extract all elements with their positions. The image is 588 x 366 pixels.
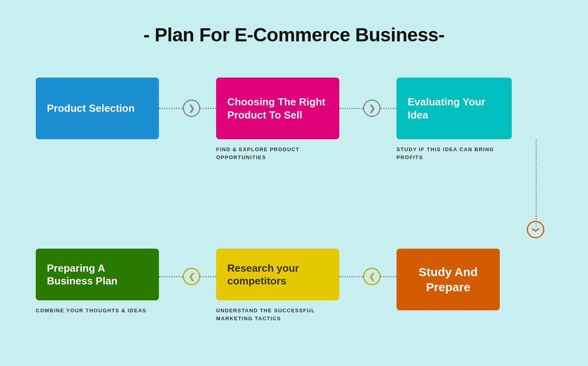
connector-4: ❮ (339, 268, 397, 285)
preparing-plan-box: Preparing A Business Plan (36, 249, 159, 300)
choosing-product-sublabel: FIND & EXPLORE PRODUCT OPPORTUNITIES (216, 146, 327, 161)
connector-3: ❮ (159, 268, 216, 285)
preparing-plan-label: Preparing A Business Plan (47, 262, 148, 288)
arrow-circle-3: ❮ (183, 268, 200, 285)
vertical-line (536, 139, 537, 227)
product-selection-label: Product Selection (47, 102, 135, 115)
connector-1: ❯ (159, 99, 216, 117)
dotted-line-1 (159, 108, 183, 109)
dotted-line-3b (200, 276, 216, 277)
choosing-product-label: Choosing The Right Product To Sell (227, 95, 328, 121)
study-prepare-label: Study And Prepare (408, 265, 489, 294)
arrow-circle-1: ❯ (183, 99, 200, 117)
dotted-line-4 (339, 276, 363, 277)
evaluating-idea-label: Evaluating Your Idea (408, 95, 501, 121)
product-selection-box: Product Selection (36, 78, 159, 139)
choosing-product-wrap: Choosing The Right Product To Sell FIND … (216, 78, 339, 161)
page-title: - Plan For E-Commerce Business- (143, 24, 445, 46)
dotted-line-4b (381, 276, 397, 277)
research-competitors-wrap: Research your competitors UNDERSTAND THE… (216, 249, 339, 322)
left-arrow-icon-1: ❮ (188, 272, 195, 281)
down-arrow-circle: ❯ (527, 221, 544, 238)
down-arrow-icon: ❯ (531, 227, 540, 233)
dotted-line-1b (200, 108, 216, 109)
arrow-circle-2: ❯ (363, 99, 381, 117)
preparing-plan-sublabel: COMBINE YOUR THOUGHTS & IDEAS (36, 307, 147, 315)
study-prepare-box: Study And Prepare (397, 249, 500, 310)
dotted-line-3 (159, 276, 183, 277)
research-competitors-sublabel: UNDERSTAND THE SUCCESSFUL MARKETING TACT… (216, 307, 331, 322)
evaluating-idea-sublabel: STUDY IF THIS IDEA CAN BRING PROFITS (397, 146, 500, 161)
right-arrow-icon-2: ❯ (369, 103, 375, 113)
dotted-line-2b (381, 108, 397, 109)
dotted-line-2 (339, 108, 363, 109)
connector-2: ❯ (339, 99, 397, 117)
research-competitors-label: Research your competitors (227, 262, 328, 288)
arrow-circle-4: ❮ (363, 268, 381, 285)
product-selection-wrap: Product Selection (36, 78, 159, 139)
evaluating-idea-wrap: Evaluating Your Idea STUDY IF THIS IDEA … (397, 78, 512, 161)
evaluating-idea-box: Evaluating Your Idea (397, 78, 512, 139)
choosing-product-box: Choosing The Right Product To Sell (216, 78, 339, 139)
study-prepare-wrap: Study And Prepare (397, 249, 500, 310)
research-competitors-box: Research your competitors (216, 249, 339, 300)
right-arrow-icon-1: ❯ (188, 103, 195, 113)
left-arrow-icon-2: ❮ (369, 272, 375, 281)
preparing-plan-wrap: Preparing A Business Plan COMBINE YOUR T… (36, 249, 159, 315)
